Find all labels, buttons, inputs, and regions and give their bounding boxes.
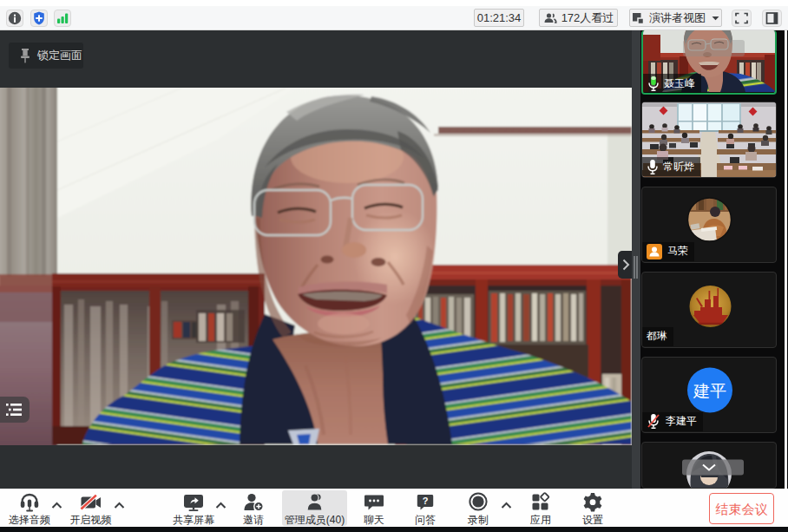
svg-text:?: ? [423,496,429,506]
svg-text:建平: 建平 [693,381,726,399]
